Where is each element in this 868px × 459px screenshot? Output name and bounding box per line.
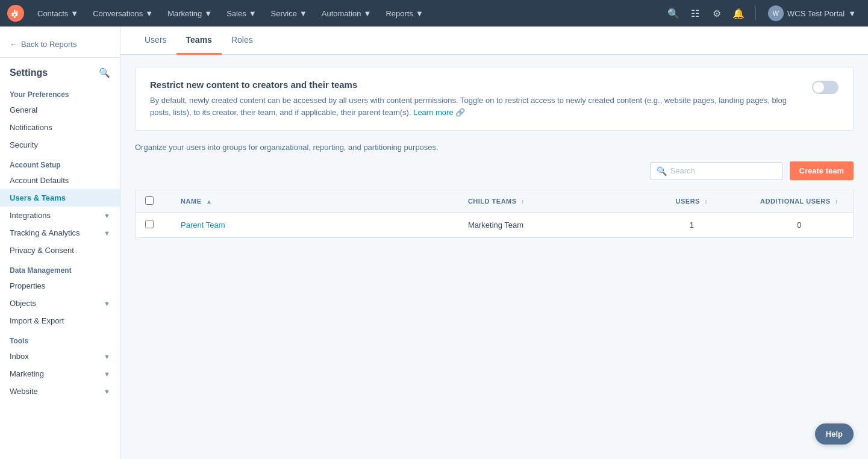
learn-more-link[interactable]: Learn more 🔗 xyxy=(413,108,465,117)
sidebar-search-icon[interactable]: 🔍 xyxy=(99,67,110,78)
table-row: Parent Team Marketing Team 1 0 xyxy=(136,213,854,238)
restrict-toggle[interactable] xyxy=(812,81,838,94)
tabs-bar: Users Teams Roles xyxy=(120,27,868,55)
child-teams-sort-icon[interactable]: ↕ xyxy=(521,198,525,205)
section-your-preferences: Your Preferences xyxy=(0,83,120,101)
nav-reports[interactable]: Reports ▼ xyxy=(379,5,429,22)
nav-icon-group: 🔍 ☷ ⚙ 🔔 W WCS Test Portal ▼ xyxy=(664,3,861,23)
users-sort-icon[interactable]: ↕ xyxy=(705,198,708,205)
table-header-name[interactable]: NAME ▲ xyxy=(171,190,458,213)
sidebar-title-row: Settings 🔍 xyxy=(0,65,120,83)
users-cell: 1 xyxy=(638,213,746,238)
hubspot-logo[interactable] xyxy=(7,5,24,22)
table-header-users[interactable]: USERS ↕ xyxy=(638,190,746,213)
search-nav-icon[interactable]: 🔍 xyxy=(664,4,683,23)
restrict-notice: Restrict new content to creators and the… xyxy=(135,67,854,131)
tab-roles[interactable]: Roles xyxy=(222,27,263,55)
table-header-additional-users[interactable]: ADDITIONAL USERS ↕ xyxy=(746,190,854,213)
sidebar-title: Settings xyxy=(10,67,48,78)
nav-divider xyxy=(755,6,756,20)
settings-icon[interactable]: ⚙ xyxy=(707,4,726,23)
tab-users[interactable]: Users xyxy=(135,27,176,55)
table-header-checkbox-col xyxy=(136,190,172,213)
notice-title: Restrict new content to creators and the… xyxy=(150,80,800,90)
name-sort-icon[interactable]: ▲ xyxy=(206,198,212,205)
sidebar-item-marketing[interactable]: Marketing ▼ xyxy=(0,365,120,382)
table-header-child-teams[interactable]: CHILD TEAMS ↕ xyxy=(458,190,638,213)
sidebar-item-general[interactable]: General xyxy=(0,101,120,119)
marketing-chevron: ▼ xyxy=(104,370,110,378)
sidebar-item-account-defaults[interactable]: Account Defaults xyxy=(0,172,120,189)
sidebar-item-properties[interactable]: Properties xyxy=(0,277,120,295)
notice-description: By default, newly created content can be… xyxy=(150,95,800,118)
main-content: Users Teams Roles Restrict new content t… xyxy=(120,27,868,459)
objects-chevron: ▼ xyxy=(104,300,110,307)
sidebar-item-objects[interactable]: Objects ▼ xyxy=(0,295,120,312)
notice-text-block: Restrict new content to creators and the… xyxy=(150,80,800,118)
section-tools: Tools xyxy=(0,329,120,348)
nav-service[interactable]: Service ▼ xyxy=(265,5,313,22)
sidebar-item-inbox[interactable]: Inbox ▼ xyxy=(0,348,120,365)
user-menu[interactable]: W WCS Test Portal ▼ xyxy=(763,3,861,23)
back-label: Back to Reports xyxy=(21,40,77,49)
integrations-chevron: ▼ xyxy=(104,212,110,219)
parent-team-link[interactable]: Parent Team xyxy=(181,220,225,230)
website-chevron: ▼ xyxy=(104,388,110,395)
sidebar-item-privacy-consent[interactable]: Privacy & Consent xyxy=(0,242,120,259)
sidebar-item-import-export[interactable]: Import & Export xyxy=(0,312,120,329)
user-avatar: W xyxy=(768,5,784,21)
sidebar-item-security[interactable]: Security xyxy=(0,136,120,154)
nav-marketing[interactable]: Marketing ▼ xyxy=(161,5,218,22)
top-navigation: Contacts ▼ Conversations ▼ Marketing ▼ S… xyxy=(0,0,868,27)
nav-sales[interactable]: Sales ▼ xyxy=(220,5,262,22)
search-box[interactable]: 🔍 xyxy=(650,162,782,180)
sidebar-item-website[interactable]: Website ▼ xyxy=(0,382,120,400)
notifications-icon[interactable]: 🔔 xyxy=(729,4,748,23)
marketplace-icon[interactable]: ☷ xyxy=(685,4,705,23)
external-link-icon: 🔗 xyxy=(455,108,465,117)
child-teams-cell: Marketing Team xyxy=(458,213,638,238)
back-to-reports-link[interactable]: ← Back to Reports xyxy=(0,36,120,58)
main-layout: ← Back to Reports Settings 🔍 Your Prefer… xyxy=(0,27,868,459)
additional-users-sort-icon[interactable]: ↕ xyxy=(835,198,838,205)
table-header: NAME ▲ CHILD TEAMS ↕ USERS ↕ ADDITIONA xyxy=(136,190,854,213)
back-arrow-icon: ← xyxy=(10,40,17,49)
section-data-management: Data Management xyxy=(0,259,120,277)
table-body: Parent Team Marketing Team 1 0 xyxy=(136,213,854,238)
inbox-chevron: ▼ xyxy=(104,353,110,360)
search-input[interactable] xyxy=(670,166,776,175)
section-account-setup: Account Setup xyxy=(0,154,120,172)
row-checkbox[interactable] xyxy=(145,220,154,228)
nav-automation[interactable]: Automation ▼ xyxy=(316,5,378,22)
sidebar: ← Back to Reports Settings 🔍 Your Prefer… xyxy=(0,27,120,459)
create-team-button[interactable]: Create team xyxy=(790,161,854,180)
sidebar-item-integrations[interactable]: Integrations ▼ xyxy=(0,207,120,224)
tracking-chevron: ▼ xyxy=(104,230,110,237)
organize-description: Organize your users into groups for orga… xyxy=(135,143,854,152)
nav-contacts[interactable]: Contacts ▼ xyxy=(31,5,84,22)
teams-content: Restrict new content to creators and the… xyxy=(120,55,868,250)
help-button[interactable]: Help xyxy=(815,423,854,445)
sidebar-item-notifications[interactable]: Notifications xyxy=(0,119,120,136)
action-row: 🔍 Create team xyxy=(135,161,854,180)
additional-users-cell: 0 xyxy=(746,213,854,238)
search-box-icon: 🔍 xyxy=(657,166,667,176)
user-menu-chevron: ▼ xyxy=(848,9,856,18)
sidebar-item-users-teams[interactable]: Users & Teams xyxy=(0,189,120,207)
nav-conversations[interactable]: Conversations ▼ xyxy=(87,5,159,22)
teams-table: NAME ▲ CHILD TEAMS ↕ USERS ↕ ADDITIONA xyxy=(135,190,854,238)
sidebar-item-tracking-analytics[interactable]: Tracking & Analytics ▼ xyxy=(0,224,120,242)
row-checkbox-cell xyxy=(136,213,172,238)
select-all-checkbox[interactable] xyxy=(145,196,154,205)
tab-teams[interactable]: Teams xyxy=(176,27,222,55)
user-portal-label: WCS Test Portal xyxy=(787,9,845,18)
team-name-cell: Parent Team xyxy=(171,213,458,238)
